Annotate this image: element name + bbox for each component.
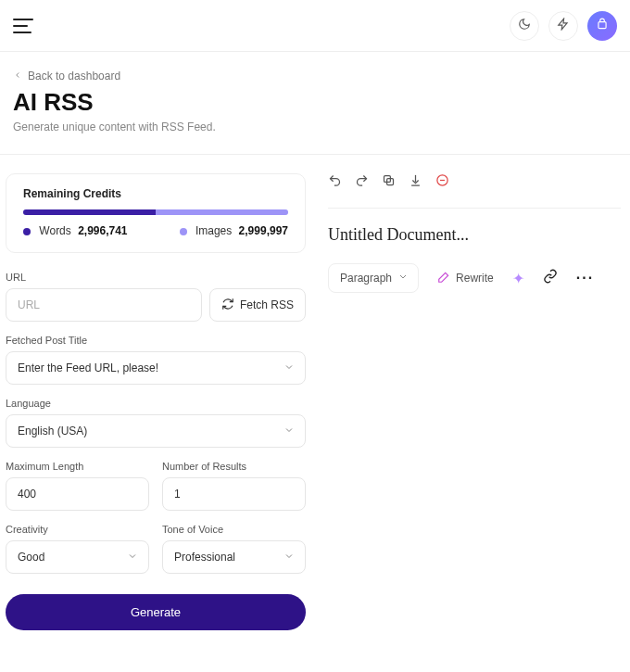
credits-card: Remaining Credits Words 2,996,741 Images… bbox=[6, 173, 306, 253]
credits-words: Words 2,996,741 bbox=[23, 224, 128, 237]
credits-legend: Words 2,996,741 Images 2,999,997 bbox=[23, 224, 288, 237]
language-label: Language bbox=[6, 398, 306, 409]
credits-progress-bar bbox=[23, 209, 288, 215]
download-icon bbox=[409, 173, 422, 191]
topbar bbox=[0, 0, 630, 52]
credits-images: Images 2,999,997 bbox=[180, 224, 288, 237]
ai-enhance-button[interactable]: ✦ bbox=[512, 270, 524, 287]
more-options-button[interactable]: ··· bbox=[576, 270, 594, 286]
images-value: 2,999,997 bbox=[239, 224, 288, 237]
maxlen-label: Maximum Length bbox=[6, 461, 149, 472]
paragraph-style-select[interactable]: Paragraph bbox=[328, 263, 419, 293]
delete-icon bbox=[435, 173, 449, 191]
refresh-icon bbox=[221, 298, 234, 313]
undo-icon bbox=[328, 173, 342, 191]
creativity-label: Creativity bbox=[6, 524, 149, 535]
results-label: Number of Results bbox=[162, 461, 306, 472]
moon-icon bbox=[518, 18, 531, 33]
svg-rect-0 bbox=[598, 22, 606, 29]
language-value: English (USA) bbox=[6, 414, 306, 448]
back-to-dashboard-link[interactable]: Back to dashboard bbox=[13, 70, 120, 82]
words-dot-icon bbox=[23, 228, 31, 235]
generate-label: Generate bbox=[131, 605, 181, 619]
copy-icon bbox=[382, 173, 396, 191]
maxlen-input[interactable] bbox=[6, 477, 149, 511]
theme-toggle-button[interactable] bbox=[510, 11, 539, 41]
words-label: Words bbox=[39, 224, 70, 237]
undo-button[interactable] bbox=[328, 173, 342, 191]
redo-icon bbox=[355, 173, 369, 191]
editor-panel: Untitled Document... Paragraph Rewrite ✦… bbox=[315, 155, 630, 649]
link-icon bbox=[543, 271, 558, 286]
url-label: URL bbox=[6, 272, 306, 283]
tone-value: Professional bbox=[162, 540, 306, 574]
post-title-value: Enter the Feed URL, please! bbox=[6, 351, 306, 385]
more-icon: ··· bbox=[576, 270, 594, 285]
generate-button[interactable]: Generate bbox=[6, 594, 306, 630]
back-link-text: Back to dashboard bbox=[28, 70, 120, 82]
images-label: Images bbox=[195, 224, 232, 237]
bolt-icon bbox=[557, 18, 570, 33]
insert-link-button[interactable] bbox=[543, 269, 558, 287]
user-avatar[interactable] bbox=[587, 11, 617, 41]
download-button[interactable] bbox=[409, 173, 422, 191]
delete-button[interactable] bbox=[435, 173, 449, 191]
page-title: AI RSS bbox=[13, 88, 617, 117]
fetch-rss-label: Fetch RSS bbox=[240, 298, 294, 311]
words-value: 2,996,741 bbox=[78, 224, 127, 237]
editor-toolbar bbox=[328, 173, 621, 191]
divider bbox=[328, 208, 621, 209]
fetch-rss-button[interactable]: Fetch RSS bbox=[209, 288, 306, 322]
topbar-actions bbox=[510, 11, 617, 41]
page-header: Back to dashboard AI RSS Generate unique… bbox=[0, 52, 630, 155]
post-title-label: Fetched Post Title bbox=[6, 335, 306, 346]
paragraph-style-value: Paragraph bbox=[340, 272, 392, 285]
results-input[interactable] bbox=[162, 477, 306, 511]
images-dot-icon bbox=[180, 228, 187, 235]
wand-icon bbox=[437, 271, 450, 286]
editor-format-bar: Paragraph Rewrite ✦ ··· bbox=[328, 263, 621, 293]
copy-button[interactable] bbox=[382, 173, 396, 191]
document-title[interactable]: Untitled Document... bbox=[328, 225, 621, 245]
chevron-left-icon bbox=[13, 70, 22, 82]
post-title-select[interactable]: Enter the Feed URL, please! bbox=[6, 351, 306, 385]
tone-label: Tone of Voice bbox=[162, 524, 306, 535]
creativity-select[interactable]: Good bbox=[6, 540, 149, 574]
credits-title: Remaining Credits bbox=[23, 187, 288, 200]
form-panel: Remaining Credits Words 2,996,741 Images… bbox=[0, 155, 315, 649]
page-subtitle: Generate unique content with RSS Feed. bbox=[13, 120, 617, 133]
tone-select[interactable]: Professional bbox=[162, 540, 306, 574]
language-select[interactable]: English (USA) bbox=[6, 414, 306, 448]
quick-action-button[interactable] bbox=[548, 11, 578, 41]
rewrite-button[interactable]: Rewrite bbox=[437, 271, 494, 286]
menu-toggle-button[interactable] bbox=[13, 19, 33, 33]
rewrite-label: Rewrite bbox=[456, 272, 494, 285]
creativity-value: Good bbox=[6, 540, 149, 574]
main-content: Remaining Credits Words 2,996,741 Images… bbox=[0, 155, 630, 649]
avatar-icon bbox=[596, 18, 609, 33]
sparkle-icon: ✦ bbox=[512, 271, 524, 286]
redo-button[interactable] bbox=[355, 173, 369, 191]
chevron-down-icon bbox=[397, 272, 409, 285]
url-input[interactable] bbox=[6, 288, 202, 322]
